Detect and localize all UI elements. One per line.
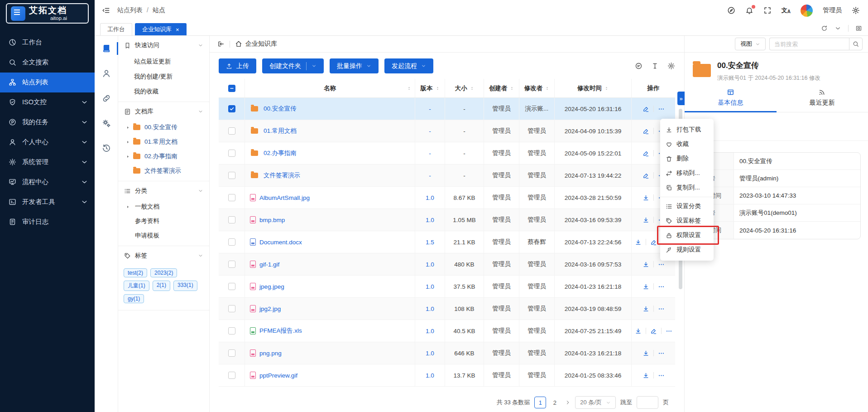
edit-icon[interactable]	[643, 106, 649, 112]
tag-chip-3[interactable]: 2(1)	[153, 281, 170, 291]
user-name[interactable]: 管理员	[823, 6, 842, 15]
search-button[interactable]	[849, 38, 863, 50]
row-checkbox[interactable]	[228, 305, 235, 312]
more-icon[interactable]	[658, 372, 665, 379]
avatar[interactable]	[801, 5, 813, 17]
file-name-cell[interactable]: 00.安全宣传	[245, 98, 415, 120]
tag-chip-5[interactable]: gy(1)	[124, 294, 144, 303]
folder-tree-item-2[interactable]: 02.办事指南	[118, 149, 209, 164]
sidebar-item-4[interactable]: 我的任务	[0, 112, 95, 132]
category-item-2[interactable]: 申请模板	[118, 228, 209, 243]
download-icon[interactable]	[635, 239, 642, 246]
gears-icon[interactable]	[102, 119, 111, 128]
person-icon[interactable]	[102, 69, 111, 78]
file-name-cell[interactable]: png.png	[245, 342, 415, 364]
table-row[interactable]: jpg2.jpg1.0108 KB管理员管理员2024-03-19 08:48:…	[219, 298, 675, 320]
gear-icon[interactable]	[667, 62, 675, 70]
detail-tab-0[interactable]: 基本信息	[685, 87, 777, 112]
create-folder-button[interactable]: 创建文件夹	[262, 58, 324, 73]
sort-icon[interactable]	[510, 86, 514, 91]
file-name-cell[interactable]: 文件签署演示	[245, 165, 415, 186]
row-checkbox[interactable]	[228, 238, 235, 246]
download-icon[interactable]	[643, 305, 649, 312]
quick-access-item-1[interactable]: 我的创建/更新	[118, 69, 209, 84]
table-row[interactable]: Document.docx1.521.1 KB管理员蔡春辉2024-07-13 …	[219, 231, 675, 253]
sidebar-item-9[interactable]: 审计日志	[0, 212, 95, 232]
chevron-down-icon[interactable]	[834, 25, 841, 32]
sidebar-item-8[interactable]: 开发者工具	[0, 192, 95, 212]
row-checkbox[interactable]	[228, 261, 235, 268]
sort-icon[interactable]	[604, 86, 609, 91]
row-checkbox[interactable]	[228, 283, 235, 290]
table-row[interactable]: 文件签署演示--管理员管理员2024-07-13 19:44:22	[219, 165, 675, 187]
sidebar-item-3[interactable]: ISO文控	[0, 92, 95, 112]
page-button-1[interactable]: 1	[534, 397, 546, 408]
folder-tree-item-0[interactable]: 00.安全宣传	[118, 120, 209, 135]
table-row[interactable]: 00.安全宣传--管理员演示账...2024-05-20 16:31:16	[219, 98, 675, 120]
row-checkbox[interactable]	[228, 150, 235, 157]
download-icon[interactable]	[643, 350, 649, 357]
row-checkbox[interactable]	[228, 372, 235, 379]
row-checkbox[interactable]	[228, 105, 235, 112]
table-row[interactable]: AlbumArtSmall.jpg1.08.67 KB管理员管理员2024-03…	[219, 187, 675, 209]
fullscreen-icon[interactable]	[763, 6, 772, 15]
library[interactable]: 文档库	[118, 103, 209, 120]
context-menu-item-5[interactable]: 设置分类	[660, 199, 714, 213]
quick-access-item-0[interactable]: 站点最近更新	[118, 54, 209, 69]
context-menu-item-4[interactable]: 复制到...	[660, 180, 714, 195]
more-icon[interactable]	[658, 261, 665, 268]
more-icon[interactable]	[666, 328, 672, 334]
column-header-version[interactable]: 版本	[415, 79, 445, 97]
search-input[interactable]	[769, 38, 849, 50]
upload-button[interactable]: 上传	[219, 58, 256, 73]
quick-access[interactable]: 快速访问	[118, 37, 209, 54]
current-location[interactable]: 企业知识库	[235, 40, 277, 48]
table-row[interactable]: jpeg.jpeg1.037.5 KB管理员管理员2024-01-23 16:2…	[219, 276, 675, 298]
context-menu-item-3[interactable]: 移动到...	[660, 166, 714, 180]
breadcrumb-site-list[interactable]: 站点列表	[117, 6, 143, 15]
quick-access-item-2[interactable]: 我的收藏	[118, 84, 209, 99]
edit-icon[interactable]	[650, 239, 657, 246]
column-header-name[interactable]: 名称	[245, 79, 415, 97]
frame-icon[interactable]	[855, 25, 862, 32]
select-all-checkbox[interactable]	[228, 85, 235, 92]
bell-icon[interactable]	[745, 6, 753, 15]
translate-icon[interactable]: 文A	[782, 6, 791, 15]
sort-icon[interactable]	[470, 86, 474, 91]
download-icon[interactable]	[635, 328, 642, 334]
sidebar-item-5[interactable]: 个人中心	[0, 132, 95, 152]
download-icon[interactable]	[643, 194, 649, 201]
file-name-cell[interactable]: Document.docx	[245, 231, 415, 253]
column-header-modifier[interactable]: 修改者	[519, 79, 555, 97]
file-name-cell[interactable]: pptPreview.gif	[245, 364, 415, 386]
table-row[interactable]: PFMEA报告.xls1.040.5 KB管理员管理员2024-07-25 21…	[219, 320, 675, 342]
edit-icon[interactable]	[643, 150, 649, 157]
category-item-1[interactable]: 参考资料	[118, 214, 209, 228]
table-row[interactable]: pptPreview.gif1.013.7 KB管理员管理员2024-01-25…	[219, 364, 675, 387]
file-name-cell[interactable]: bmp.bmp	[245, 209, 415, 231]
detail-tab-1[interactable]: 最近更新	[777, 87, 868, 112]
close-icon[interactable]: ×	[176, 27, 179, 33]
view-button[interactable]: 视图	[735, 38, 766, 50]
row-checkbox[interactable]	[228, 216, 235, 223]
back-icon[interactable]	[217, 40, 225, 48]
folder-tree-item-3[interactable]: 文件签署演示	[118, 164, 209, 178]
category-item-0[interactable]: 一般文档	[118, 199, 209, 214]
sort-icon[interactable]	[436, 86, 440, 91]
download-icon[interactable]	[643, 372, 649, 379]
sidebar-item-7[interactable]: 流程中心	[0, 172, 95, 192]
download-icon[interactable]	[643, 217, 649, 223]
page-button-2[interactable]: 2	[549, 397, 561, 408]
file-name-cell[interactable]: gif-1.gif	[245, 253, 415, 275]
tab-0[interactable]: 工作台	[100, 23, 132, 35]
book-icon[interactable]	[102, 44, 111, 53]
tag-chip-2[interactable]: 儿童(1)	[124, 281, 149, 291]
history-icon[interactable]	[102, 144, 111, 153]
file-name-cell[interactable]: PFMEA报告.xls	[245, 320, 415, 342]
context-menu-item-2[interactable]: 删除	[660, 151, 714, 166]
context-menu-item-6[interactable]: 设置标签	[660, 213, 714, 228]
download-icon[interactable]	[643, 283, 649, 290]
column-header-creator[interactable]: 创建者	[484, 79, 519, 97]
batch-actions-button[interactable]: 批量操作	[330, 58, 379, 73]
compass-icon[interactable]	[727, 6, 735, 15]
